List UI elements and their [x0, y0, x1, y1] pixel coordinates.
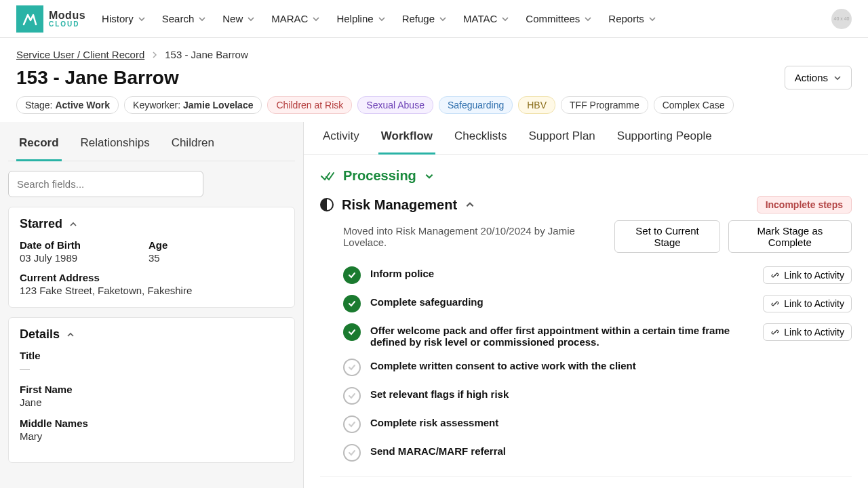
left-panel: RecordRelationshipsChildren Starred Date…	[0, 122, 304, 488]
nav-item-search[interactable]: Search	[162, 13, 207, 24]
risk-steps: Inform policeLink to ActivityComplete sa…	[320, 261, 852, 467]
workflow-step: Set relevant flags if high risk	[320, 382, 852, 410]
check-circle-icon[interactable]	[343, 295, 361, 312]
nav-label: Search	[162, 13, 195, 24]
risk-meta-text: Moved into Risk Management 20/10/2024 by…	[343, 225, 606, 248]
nav-menu: HistorySearchNewMARACHelplineRefugeMATAC…	[102, 13, 656, 24]
chevron-down-icon	[648, 15, 656, 23]
age-value: 35	[149, 252, 167, 264]
topbar: Modus CLOUD HistorySearchNewMARACHelplin…	[0, 0, 868, 38]
tag: Stage: Active Work	[16, 96, 119, 114]
pending-circle-icon[interactable]	[343, 415, 361, 433]
tags-row: Stage: Active WorkKeyworker: Jamie Lovel…	[16, 96, 852, 114]
field-value: —	[20, 363, 283, 374]
field-label: Title	[20, 350, 283, 361]
nav-label: Helpline	[336, 13, 373, 24]
address-label: Current Address	[20, 272, 283, 283]
actions-button[interactable]: Actions	[785, 66, 852, 89]
chevron-down-icon	[833, 74, 842, 82]
tag: HBV	[518, 96, 555, 114]
half-progress-icon	[320, 198, 334, 211]
tab-supporting-people[interactable]: Supporting People	[614, 123, 715, 155]
chevron-up-icon	[465, 200, 475, 209]
breadcrumb-parent[interactable]: Service User / Client Record	[16, 49, 144, 60]
step-text: Complete risk assessment	[370, 415, 498, 428]
chevron-down-icon	[584, 15, 592, 23]
nav-item-refuge[interactable]: Refuge	[402, 13, 447, 24]
right-tabs: ActivityWorkflowChecklistsSupport PlanSu…	[304, 122, 868, 155]
link-to-activity-button[interactable]: Link to Activity	[763, 323, 852, 341]
tag: Complex Case	[654, 96, 734, 114]
set-current-stage-button[interactable]: Set to Current Stage	[614, 220, 719, 253]
risk-title: Risk Management	[342, 197, 457, 213]
stage-risk-management[interactable]: Risk Management Incomplete steps	[320, 196, 852, 214]
tab-support-plan[interactable]: Support Plan	[526, 123, 598, 155]
detail-field: Middle NamesMary	[20, 418, 283, 442]
step-text: Complete safeguarding	[370, 295, 484, 308]
avatar[interactable]: 40 x 40	[831, 9, 852, 29]
link-icon	[770, 299, 780, 308]
workflow-step: Complete written consent to active work …	[320, 353, 852, 382]
starred-card: Starred Date of Birth 03 July 1989 Age 3…	[8, 207, 295, 308]
field-label: Middle Names	[20, 418, 283, 429]
double-check-icon	[320, 169, 335, 184]
chevron-down-icon	[439, 15, 447, 23]
chevron-right-icon	[151, 52, 158, 58]
chevron-down-icon	[501, 15, 509, 23]
nav-item-reports[interactable]: Reports	[608, 13, 656, 24]
chevron-up-icon[interactable]	[69, 220, 77, 228]
nav-label: Committees	[526, 13, 580, 24]
tag: TFF Programme	[561, 96, 648, 114]
chevron-up-icon[interactable]	[66, 331, 75, 339]
stage-processing[interactable]: Processing	[320, 168, 852, 184]
detail-field: Title—	[20, 350, 283, 374]
nav-item-new[interactable]: New	[222, 13, 255, 24]
tab-record[interactable]: Record	[16, 129, 62, 161]
pending-circle-icon[interactable]	[343, 359, 361, 376]
dob-value: 03 July 1989	[20, 252, 81, 264]
incomplete-steps-pill: Incomplete steps	[757, 196, 852, 214]
tag: Children at Risk	[267, 96, 352, 114]
step-text: Offer welcome pack and offer first appoi…	[370, 323, 753, 348]
logo-text: Modus CLOUD	[49, 10, 85, 28]
nav-item-matac[interactable]: MATAC	[463, 13, 509, 24]
starred-title: Starred	[20, 217, 62, 231]
breadcrumb-current: 153 - Jane Barrow	[165, 49, 248, 60]
mark-stage-complete-button[interactable]: Mark Stage as Complete	[728, 220, 852, 253]
risk-meta-row: Moved into Risk Management 20/10/2024 by…	[343, 220, 852, 253]
workflow-step: Offer welcome pack and offer first appoi…	[320, 318, 852, 353]
detail-field: First NameJane	[20, 384, 283, 408]
chevron-down-icon	[247, 15, 255, 23]
search-input[interactable]	[8, 171, 203, 197]
pending-circle-icon[interactable]	[343, 387, 361, 405]
main-area: RecordRelationshipsChildren Starred Date…	[0, 122, 868, 488]
field-value: Jane	[20, 396, 283, 408]
page-header: Service User / Client Record 153 - Jane …	[0, 38, 868, 122]
nav-item-helpline[interactable]: Helpline	[336, 13, 385, 24]
nav-item-history[interactable]: History	[102, 13, 146, 24]
dob-label: Date of Birth	[20, 239, 81, 251]
tab-workflow[interactable]: Workflow	[378, 123, 435, 155]
tab-checklists[interactable]: Checklists	[452, 123, 509, 155]
details-card: Details Title—First NameJaneMiddle Names…	[8, 317, 295, 463]
link-to-activity-button[interactable]: Link to Activity	[763, 295, 852, 312]
logo[interactable]: Modus CLOUD	[16, 5, 85, 33]
nav-item-marac[interactable]: MARAC	[271, 13, 320, 24]
nav-label: Refuge	[402, 13, 435, 24]
check-circle-icon[interactable]	[343, 266, 361, 284]
nav-item-committees[interactable]: Committees	[526, 13, 592, 24]
pending-circle-icon[interactable]	[343, 444, 361, 462]
chevron-down-icon	[312, 15, 320, 23]
chevron-down-icon	[198, 15, 206, 23]
workflow-step: Inform policeLink to Activity	[320, 261, 852, 289]
tab-activity[interactable]: Activity	[320, 123, 362, 155]
check-circle-icon[interactable]	[343, 323, 361, 341]
link-icon	[770, 270, 780, 280]
tab-relationships[interactable]: Relationships	[78, 129, 153, 161]
field-value: Mary	[20, 430, 283, 442]
page-title: 153 - Jane Barrow	[16, 67, 179, 89]
tab-children[interactable]: Children	[169, 129, 217, 161]
link-to-activity-button[interactable]: Link to Activity	[763, 266, 852, 284]
nav-label: History	[102, 13, 134, 24]
logo-mark-icon	[16, 5, 43, 33]
